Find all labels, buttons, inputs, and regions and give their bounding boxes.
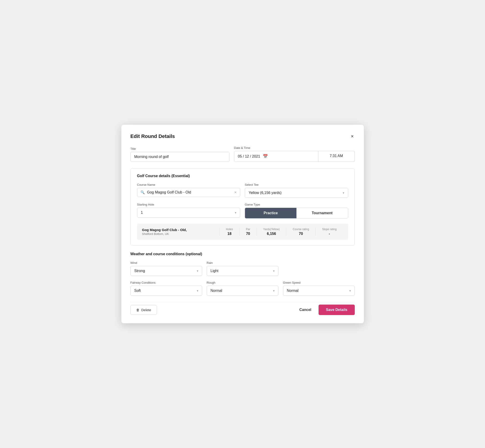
title-field-group: Title bbox=[130, 147, 229, 162]
course-rating-label: Course rating bbox=[293, 228, 309, 231]
starting-hole-group: Starting Hole 1 ▾ bbox=[137, 203, 241, 218]
cancel-button[interactable]: Cancel bbox=[298, 305, 313, 315]
yards-label: Yards(Yellow) bbox=[263, 228, 280, 231]
weather-section: Weather and course conditions (optional)… bbox=[130, 252, 355, 296]
wind-group: Wind Strong ▾ bbox=[130, 261, 202, 276]
course-info-name: Gog Magog Golf Club - Old, bbox=[142, 228, 219, 232]
rain-label: Rain bbox=[207, 261, 278, 264]
time-input-wrapper[interactable]: 7:31 AM bbox=[318, 151, 355, 162]
fairway-value: Soft bbox=[134, 289, 141, 293]
practice-button[interactable]: Practice bbox=[245, 208, 297, 218]
wind-label: Wind bbox=[130, 261, 202, 264]
trash-icon: 🗑 bbox=[136, 308, 140, 312]
date-input-wrapper[interactable]: 05 / 12 / 2021 📅 bbox=[234, 151, 318, 162]
calendar-icon: 📅 bbox=[263, 154, 268, 159]
green-speed-dropdown[interactable]: Normal ▾ bbox=[283, 286, 355, 296]
delete-button[interactable]: 🗑 Delete bbox=[130, 305, 157, 315]
par-label: Par bbox=[246, 228, 250, 231]
rough-label: Rough bbox=[207, 281, 278, 284]
starting-hole-value: 1 bbox=[141, 211, 143, 215]
course-name-group: Course Name 🔍 Gog Magog Golf Club - Old … bbox=[137, 183, 241, 198]
course-name-block: Gog Magog Golf Club - Old, Shelford Bott… bbox=[142, 228, 219, 236]
yards-value: 6,156 bbox=[263, 232, 280, 236]
course-rating-stat: Course rating 70 bbox=[286, 228, 315, 236]
datetime-field-group: Date & Time 05 / 12 / 2021 📅 7:31 AM bbox=[234, 146, 355, 162]
slope-rating-label: Slope rating bbox=[322, 228, 337, 231]
fairway-group: Fairway Conditions Soft ▾ bbox=[130, 281, 202, 296]
green-speed-label: Green Speed bbox=[283, 281, 355, 284]
holes-stat: Holes 18 bbox=[219, 228, 239, 236]
datetime-label: Date & Time bbox=[234, 146, 355, 150]
starting-hole-label: Starting Hole bbox=[137, 203, 241, 206]
golf-course-section: Golf Course details (Essential) Course N… bbox=[130, 168, 355, 246]
wind-dropdown[interactable]: Strong ▾ bbox=[130, 266, 202, 276]
slope-rating-value: - bbox=[322, 232, 337, 236]
modal-footer: 🗑 Delete Cancel Save Details bbox=[130, 302, 355, 315]
course-name-value: Gog Magog Golf Club - Old bbox=[147, 190, 232, 194]
datetime-fields: 05 / 12 / 2021 📅 7:31 AM bbox=[234, 151, 355, 162]
date-value: 05 / 12 / 2021 bbox=[238, 154, 260, 159]
rain-group: Rain Light ▾ bbox=[207, 261, 278, 276]
title-input[interactable] bbox=[130, 152, 229, 162]
chevron-down-icon: ▾ bbox=[197, 289, 198, 293]
green-speed-group: Green Speed Normal ▾ bbox=[283, 281, 355, 296]
chevron-down-icon: ▾ bbox=[235, 211, 236, 215]
fairway-dropdown[interactable]: Soft ▾ bbox=[130, 286, 202, 296]
chevron-down-icon: ▾ bbox=[273, 269, 275, 273]
chevron-down-icon: ▾ bbox=[343, 191, 344, 195]
course-tee-row: Course Name 🔍 Gog Magog Golf Club - Old … bbox=[137, 183, 348, 198]
tee-value: Yellow (6,156 yards) bbox=[249, 191, 282, 195]
top-row: Title Date & Time 05 / 12 / 2021 📅 7:31 … bbox=[130, 146, 355, 162]
course-name-label: Course Name bbox=[137, 183, 241, 186]
holes-label: Holes bbox=[226, 228, 233, 231]
conditions-row: Fairway Conditions Soft ▾ Rough Normal ▾… bbox=[130, 281, 355, 296]
par-value: 70 bbox=[246, 232, 250, 236]
chevron-down-icon: ▾ bbox=[197, 269, 198, 273]
game-type-group: Game Type Practice Tournament bbox=[245, 203, 348, 218]
rough-dropdown[interactable]: Normal ▾ bbox=[207, 286, 278, 296]
course-info-location: Shelford Bottom, UK bbox=[142, 232, 219, 236]
select-tee-label: Select Tee bbox=[245, 183, 348, 186]
save-button[interactable]: Save Details bbox=[319, 304, 355, 315]
rain-dropdown[interactable]: Light ▾ bbox=[207, 266, 278, 276]
select-tee-group: Select Tee Yellow (6,156 yards) ▾ bbox=[245, 183, 348, 198]
game-type-toggle: Practice Tournament bbox=[245, 208, 348, 218]
modal-title: Edit Round Details bbox=[130, 133, 175, 139]
footer-right: Cancel Save Details bbox=[298, 304, 355, 315]
modal-header: Edit Round Details × bbox=[130, 133, 355, 140]
chevron-down-icon: ▾ bbox=[273, 289, 275, 293]
yards-stat: Yards(Yellow) 6,156 bbox=[257, 228, 286, 236]
course-rating-value: 70 bbox=[293, 232, 309, 236]
course-info-strip: Gog Magog Golf Club - Old, Shelford Bott… bbox=[137, 224, 348, 240]
fairway-label: Fairway Conditions bbox=[130, 281, 202, 284]
wind-value: Strong bbox=[134, 269, 145, 273]
holes-value: 18 bbox=[226, 232, 233, 236]
title-label: Title bbox=[130, 147, 229, 151]
golf-section-title: Golf Course details (Essential) bbox=[137, 174, 348, 178]
edit-round-modal: Edit Round Details × Title Date & Time 0… bbox=[121, 125, 364, 323]
weather-title: Weather and course conditions (optional) bbox=[130, 252, 355, 256]
game-type-label: Game Type bbox=[245, 203, 348, 206]
par-stat: Par 70 bbox=[239, 228, 257, 236]
wind-rain-row: Wind Strong ▾ Rain Light ▾ bbox=[130, 261, 355, 276]
tournament-button[interactable]: Tournament bbox=[297, 208, 348, 218]
chevron-down-icon: ▾ bbox=[349, 289, 351, 293]
hole-gametype-row: Starting Hole 1 ▾ Game Type Practice Tou… bbox=[137, 203, 348, 218]
starting-hole-dropdown[interactable]: 1 ▾ bbox=[137, 208, 241, 218]
green-speed-value: Normal bbox=[287, 289, 299, 293]
select-tee-dropdown[interactable]: Yellow (6,156 yards) ▾ bbox=[245, 188, 348, 198]
slope-rating-stat: Slope rating - bbox=[315, 228, 343, 236]
close-button[interactable]: × bbox=[350, 133, 355, 140]
time-value: 7:31 AM bbox=[330, 154, 343, 158]
delete-label: Delete bbox=[141, 308, 151, 312]
course-name-search[interactable]: 🔍 Gog Magog Golf Club - Old ✕ bbox=[137, 188, 241, 197]
rain-value: Light bbox=[211, 269, 218, 273]
rough-group: Rough Normal ▾ bbox=[207, 281, 278, 296]
rough-value: Normal bbox=[211, 289, 222, 293]
clear-course-icon[interactable]: ✕ bbox=[234, 191, 237, 194]
search-icon: 🔍 bbox=[140, 190, 145, 194]
